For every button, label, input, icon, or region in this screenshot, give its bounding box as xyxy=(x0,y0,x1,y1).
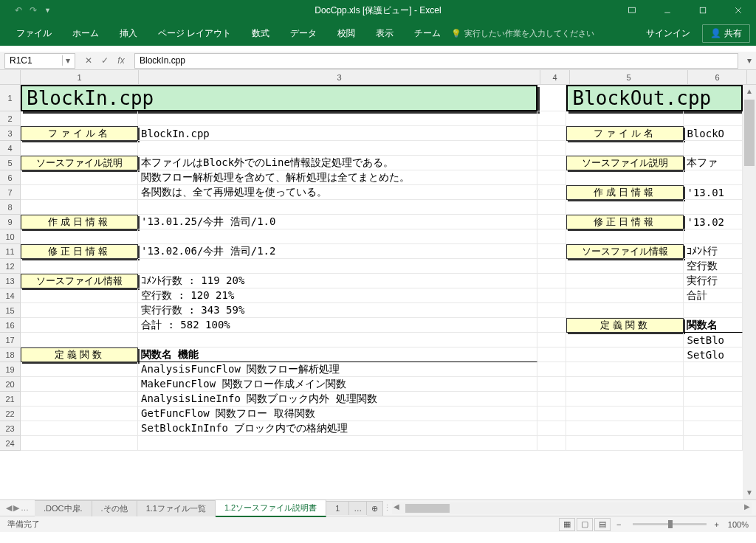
tab-view[interactable]: 表示 xyxy=(365,21,404,46)
cell[interactable] xyxy=(21,407,138,421)
sheet-tab[interactable]: 1.1ファイル一覧 xyxy=(137,500,216,516)
row-header[interactable]: 12 xyxy=(0,259,21,274)
cell[interactable]: '13.01 xyxy=(684,185,743,200)
scroll-thumb[interactable] xyxy=(744,100,755,166)
row-header[interactable]: 1 xyxy=(0,85,21,111)
enter-formula-icon[interactable]: ✓ xyxy=(97,55,112,66)
cell[interactable] xyxy=(566,274,684,288)
cell[interactable] xyxy=(566,407,684,421)
row-header[interactable]: 13 xyxy=(0,274,21,288)
cell[interactable]: SetBlockInInfo ブロック内での格納処理 xyxy=(138,421,537,436)
cancel-formula-icon[interactable]: ✕ xyxy=(81,55,96,66)
label-source-desc-2[interactable]: ソースファイル説明 xyxy=(566,156,684,170)
tab-formulas[interactable]: 数式 xyxy=(241,21,280,46)
cell[interactable] xyxy=(21,318,138,333)
cell[interactable] xyxy=(684,377,743,392)
row-header[interactable]: 24 xyxy=(0,436,21,451)
row-header[interactable]: 2 xyxy=(0,111,21,126)
cell[interactable]: 本ファ xyxy=(684,156,743,170)
cell[interactable] xyxy=(566,259,684,274)
cell[interactable] xyxy=(684,200,743,215)
view-normal-icon[interactable]: ▦ xyxy=(559,518,575,531)
cell[interactable] xyxy=(537,421,567,436)
cell[interactable]: BlockIn.cpp xyxy=(138,126,537,141)
cell[interactable] xyxy=(138,436,537,451)
cell[interactable] xyxy=(138,259,537,274)
tell-me-search[interactable]: 💡 実行したい作業を入力してください xyxy=(451,28,594,39)
sheet-tab-more[interactable]: … xyxy=(349,501,367,515)
vertical-scrollbar[interactable]: ▲ ▼ xyxy=(743,85,756,499)
label-source-info-1[interactable]: ソースファイル情報 xyxy=(21,274,138,288)
cell[interactable]: 実行行数 : 343 59% xyxy=(138,303,537,318)
formula-input[interactable]: BlockIn.cpp xyxy=(134,53,738,69)
cell[interactable]: ｺﾒﾝﾄ行数 : 119 20% xyxy=(138,274,537,288)
cell[interactable]: 関数名 xyxy=(684,318,743,333)
label-source-info-2[interactable]: ソースファイル情報 xyxy=(566,244,684,259)
col-header[interactable]: 5 xyxy=(570,70,688,84)
cell[interactable] xyxy=(566,436,684,451)
row-header[interactable]: 4 xyxy=(0,141,21,156)
row-header[interactable]: 20 xyxy=(0,377,21,392)
zoom-level[interactable]: 100% xyxy=(728,520,749,529)
redo-icon[interactable]: ↷ xyxy=(30,5,37,15)
row-header[interactable]: 9 xyxy=(0,215,21,229)
tab-nav-more-icon[interactable]: … xyxy=(21,503,29,513)
share-button[interactable]: 👤 共有 xyxy=(702,24,750,43)
tab-review[interactable]: 校閲 xyxy=(327,21,365,46)
cell[interactable] xyxy=(537,377,567,392)
cell[interactable] xyxy=(21,392,138,407)
cell[interactable] xyxy=(21,333,138,347)
row-header[interactable]: 17 xyxy=(0,333,21,347)
row-header[interactable]: 10 xyxy=(0,229,21,244)
tab-nav-prev-icon[interactable]: ◀ xyxy=(6,503,12,513)
cell[interactable] xyxy=(537,170,567,185)
cell[interactable] xyxy=(684,392,743,407)
cell[interactable]: GetFuncFlow 関数フロー 取得関数 xyxy=(138,407,537,421)
view-page-break-icon[interactable]: ▤ xyxy=(594,518,611,531)
cell[interactable] xyxy=(566,362,684,377)
cell[interactable] xyxy=(566,141,684,156)
col-header[interactable]: 6 xyxy=(688,70,747,84)
cell[interactable]: 関数フロー解析処理を含めて、解析処理は全てまとめた。 xyxy=(138,170,537,185)
cell[interactable] xyxy=(537,85,567,111)
label-def-funcs-2[interactable]: 定義関数 xyxy=(566,318,684,333)
cell[interactable] xyxy=(566,111,684,126)
cell[interactable] xyxy=(537,215,567,229)
cell[interactable] xyxy=(537,244,567,259)
undo-icon[interactable]: ↶ xyxy=(15,5,22,15)
cell[interactable] xyxy=(537,259,567,274)
label-def-funcs-1[interactable]: 定義関数 xyxy=(21,347,138,362)
cell[interactable] xyxy=(566,333,684,347)
cell[interactable]: BlockO xyxy=(684,126,743,141)
label-source-desc-1[interactable]: ソースファイル説明 xyxy=(21,156,138,170)
signin-link[interactable]: サインイン xyxy=(639,27,698,40)
close-button[interactable] xyxy=(724,0,753,21)
name-box[interactable]: R1C1 ▾ xyxy=(4,53,75,69)
cell[interactable] xyxy=(537,156,567,170)
col-header[interactable]: 3 xyxy=(139,70,540,84)
row-header[interactable]: 11 xyxy=(0,244,21,259)
cell[interactable] xyxy=(684,229,743,244)
view-page-layout-icon[interactable]: ▢ xyxy=(577,518,593,531)
cell[interactable] xyxy=(21,377,138,392)
scroll-left-icon[interactable]: ◀ xyxy=(394,502,399,511)
cell[interactable] xyxy=(566,200,684,215)
row-header[interactable]: 7 xyxy=(0,185,21,200)
cell[interactable]: '13.01.25/今井 浩司/1.0 xyxy=(138,215,537,229)
cell[interactable]: '13.02 xyxy=(684,215,743,229)
cell[interactable] xyxy=(138,200,537,215)
cell[interactable] xyxy=(537,392,567,407)
cell[interactable] xyxy=(566,392,684,407)
cell[interactable] xyxy=(684,362,743,377)
cell[interactable] xyxy=(21,288,138,303)
cell[interactable] xyxy=(21,170,138,185)
cell[interactable]: 関数名 機能 xyxy=(138,347,537,362)
cell[interactable] xyxy=(684,436,743,451)
cell[interactable] xyxy=(537,185,567,200)
cell[interactable]: MakeFuncFlow 関数フロー作成メイン関数 xyxy=(138,377,537,392)
chevron-down-icon[interactable]: ▾ xyxy=(62,55,70,66)
label-filename-1[interactable]: ファイル名 xyxy=(21,126,138,141)
cell[interactable] xyxy=(537,436,567,451)
cell[interactable] xyxy=(537,229,567,244)
cell[interactable]: SetGlo xyxy=(684,347,743,362)
